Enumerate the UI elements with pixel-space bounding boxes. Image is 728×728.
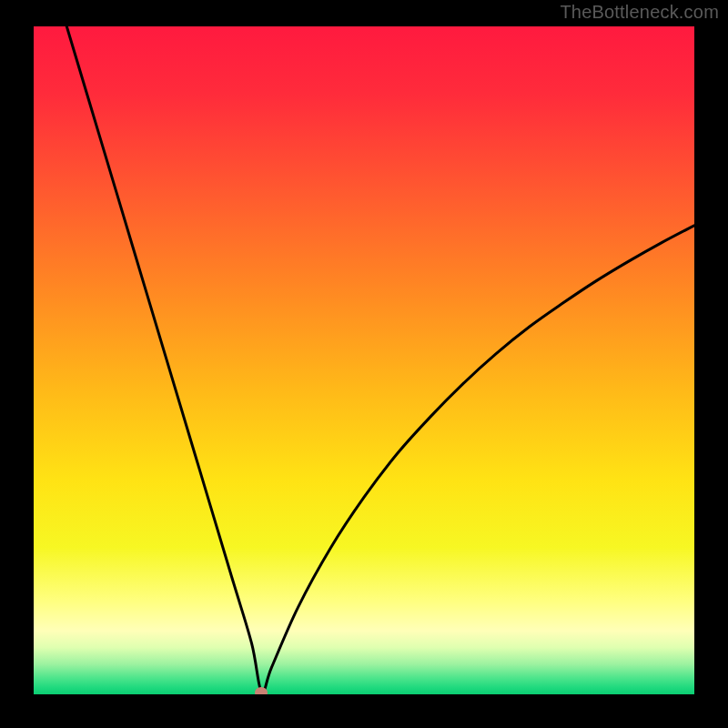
watermark-text: TheBottleneck.com [560,2,719,23]
bottleneck-curve [34,26,694,694]
bottleneck-marker [255,687,268,694]
plot-area [34,26,694,694]
chart-stage: TheBottleneck.com [0,0,728,728]
